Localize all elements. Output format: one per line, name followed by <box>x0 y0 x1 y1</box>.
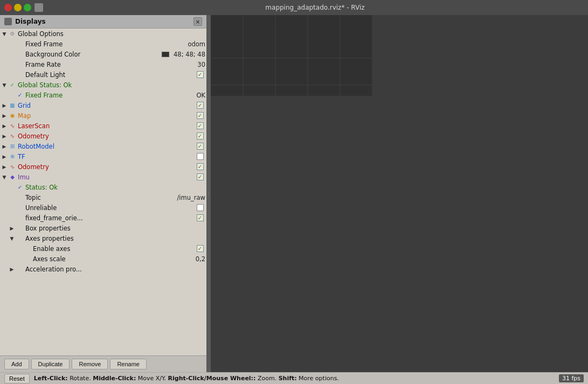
expand-arrow-global-status[interactable] <box>1 82 8 88</box>
expand-arrow-laserscan[interactable] <box>1 123 8 129</box>
checkbox-map[interactable] <box>195 112 205 119</box>
maximize-button[interactable] <box>24 4 31 11</box>
tree-item-tf[interactable]: ⊕TF <box>0 151 206 162</box>
expand-arrow-global-options[interactable] <box>1 31 8 37</box>
expand-arrow-fixed-frame-orie <box>9 215 15 221</box>
remove-button[interactable]: Remove <box>72 359 108 369</box>
item-value-frame-rate: 30 <box>197 61 205 68</box>
checkbox-odometry2[interactable] <box>195 163 205 170</box>
tree-item-imu-status[interactable]: ✓Status: Ok <box>0 182 206 192</box>
expand-arrow-tf[interactable] <box>1 153 8 160</box>
item-icon-global-options: ⚙ <box>9 30 16 38</box>
checkbox-laserscan[interactable] <box>195 122 205 129</box>
checkbox-fixed-frame-orie[interactable] <box>195 214 205 221</box>
tree-item-grid[interactable]: ▦Grid <box>0 100 206 110</box>
close-button[interactable] <box>4 4 12 11</box>
item-label-imu: Imu <box>18 173 195 181</box>
expand-arrow-axes-scale <box>16 256 23 262</box>
tree-item-topic[interactable]: Topic/imu_raw <box>0 192 206 203</box>
tree-item-global-options[interactable]: ⚙Global Options <box>0 29 206 39</box>
tree-item-odometry2[interactable]: ∿Odometry <box>0 162 206 172</box>
item-label-odometry1: Odometry <box>18 132 195 140</box>
displays-close-button[interactable]: × <box>193 17 202 26</box>
item-label-odometry2: Odometry <box>18 163 195 171</box>
item-icon-laserscan: ∿ <box>9 122 16 130</box>
item-label-topic: Topic <box>25 194 175 201</box>
displays-panel: Displays × ⚙Global OptionsFixed Frameodo… <box>0 15 206 372</box>
item-icon-odometry1: ∿ <box>9 132 16 140</box>
displays-header: Displays × <box>0 15 206 29</box>
grid-canvas: IMU <box>211 15 372 96</box>
checkbox-imu[interactable] <box>195 173 205 180</box>
tree-item-global-status[interactable]: ✓Global Status: Ok <box>0 80 206 90</box>
expand-arrow-robotmodel[interactable] <box>1 143 8 150</box>
item-value-background-color: 48; 48; 48 <box>174 51 205 58</box>
item-label-enable-axes: Enable axes <box>33 245 195 253</box>
item-label-unreliable: Unreliable <box>25 204 195 212</box>
displays-title: Displays <box>15 18 46 25</box>
tree-item-enable-axes[interactable]: Enable axes <box>0 243 206 254</box>
expand-arrow-axes-properties[interactable] <box>9 235 15 242</box>
tree-item-background-color[interactable]: Background Color48; 48; 48 <box>0 49 206 59</box>
expand-arrow-map[interactable] <box>1 113 8 119</box>
rename-button[interactable]: Rename <box>110 359 147 369</box>
tree-item-fixed-frame-status[interactable]: ✓Fixed FrameOK <box>0 90 206 100</box>
window-controls <box>4 4 31 11</box>
tree-item-default-light[interactable]: Default Light <box>0 69 206 80</box>
item-value-topic: /imu_raw <box>177 194 206 201</box>
item-label-box-properties: Box properties <box>25 225 205 232</box>
tree-item-axes-scale[interactable]: Axes scale0,2 <box>0 254 206 264</box>
tree-item-box-properties[interactable]: Box properties <box>0 223 206 233</box>
duplicate-button[interactable]: Duplicate <box>31 359 70 369</box>
tree-item-robotmodel[interactable]: ⊞RobotModel <box>0 141 206 151</box>
tree-item-axes-properties[interactable]: Axes properties <box>0 233 206 243</box>
item-icon-imu-status: ✓ <box>16 184 24 191</box>
action-buttons: Add Duplicate Remove Rename <box>0 355 206 372</box>
tree-item-unreliable[interactable]: Unreliable <box>0 203 206 213</box>
tree-item-map[interactable]: ◉Map <box>0 110 206 121</box>
expand-arrow-box-properties[interactable] <box>9 225 15 232</box>
color-swatch-background-color <box>162 52 169 57</box>
displays-tree[interactable]: ⚙Global OptionsFixed FrameodomBackground… <box>0 29 206 355</box>
expand-arrow-default-light <box>9 72 15 78</box>
panel-splitter[interactable]: ⋮ <box>206 15 211 372</box>
checkbox-enable-axes[interactable] <box>195 245 205 252</box>
expand-arrow-odometry2[interactable] <box>1 164 8 170</box>
minimize-button[interactable] <box>14 4 22 11</box>
checkbox-robotmodel[interactable] <box>195 143 205 150</box>
item-icon-grid: ▦ <box>9 102 16 109</box>
expand-arrow-acceleration-pro[interactable] <box>9 266 15 273</box>
tree-item-imu[interactable]: ◆Imu <box>0 172 206 182</box>
expand-arrow-grid[interactable] <box>1 102 8 109</box>
expand-arrow-imu[interactable] <box>1 174 8 180</box>
item-label-frame-rate: Frame Rate <box>25 61 195 68</box>
3d-viewport[interactable]: IMU <box>211 15 588 372</box>
item-label-fixed-frame-orie: fixed_frame_orie... <box>25 214 195 222</box>
checkbox-unreliable[interactable] <box>195 204 205 211</box>
add-button[interactable]: Add <box>4 359 29 369</box>
item-value-axes-scale: 0,2 <box>196 255 205 263</box>
item-label-global-options: Global Options <box>18 30 205 38</box>
expand-arrow-odometry1[interactable] <box>1 133 8 139</box>
item-icon-global-status: ✓ <box>9 81 16 89</box>
item-label-axes-scale: Axes scale <box>33 255 193 263</box>
reset-button[interactable]: Reset <box>4 374 30 383</box>
tree-item-fixed-frame[interactable]: Fixed Frameodom <box>0 39 206 49</box>
expand-arrow-enable-axes <box>16 246 23 252</box>
displays-icon <box>4 18 12 25</box>
item-value-fixed-frame-status: OK <box>196 92 205 99</box>
tree-item-laserscan[interactable]: ∿LaserScan <box>0 121 206 131</box>
tree-item-frame-rate[interactable]: Frame Rate30 <box>0 59 206 69</box>
item-label-grid: Grid <box>18 102 195 109</box>
tree-item-acceleration-pro[interactable]: Acceleration pro... <box>0 264 206 274</box>
checkbox-odometry1[interactable] <box>195 132 205 139</box>
expand-arrow-fixed-frame-status <box>9 92 15 99</box>
tree-item-odometry1[interactable]: ∿Odometry <box>0 131 206 141</box>
item-label-map: Map <box>18 112 195 120</box>
item-icon-map: ◉ <box>9 112 16 120</box>
checkbox-grid[interactable] <box>195 102 205 109</box>
checkbox-default-light[interactable] <box>195 71 205 78</box>
checkbox-tf[interactable] <box>195 153 205 160</box>
item-label-background-color: Background Color <box>25 51 162 58</box>
tree-item-fixed-frame-orie[interactable]: fixed_frame_orie... <box>0 213 206 223</box>
